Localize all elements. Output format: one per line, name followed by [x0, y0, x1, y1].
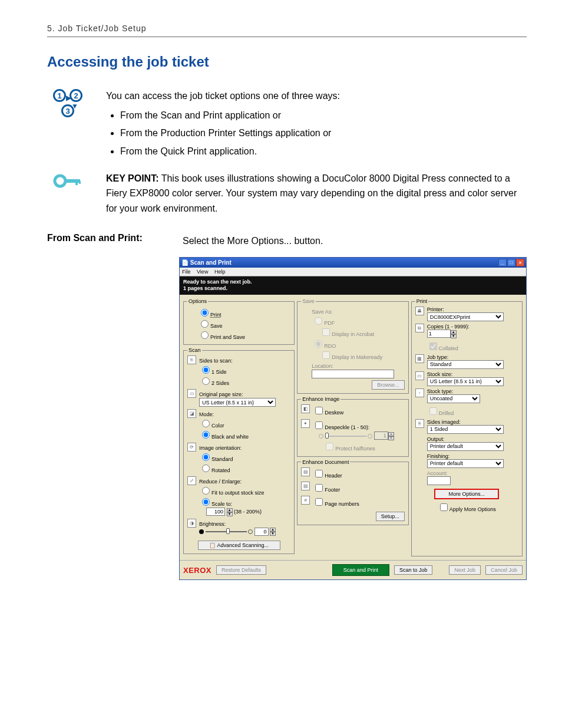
- protect-halftones: Protect halftones: [323, 441, 404, 452]
- option-print-save[interactable]: Print and Save: [198, 330, 290, 340]
- header-check[interactable]: Header: [313, 468, 404, 479]
- printer-select[interactable]: DC8000EXPprint: [427, 312, 504, 321]
- orient-icon: ⟳: [187, 443, 196, 452]
- mode-bw[interactable]: Black and white: [199, 429, 290, 440]
- save-as-label: Save As:: [312, 309, 404, 315]
- reduce-fit[interactable]: Fit to output stock size: [199, 485, 290, 496]
- scale-range: (38 - 200%): [234, 509, 262, 515]
- printer-icon: 🖶: [415, 307, 424, 315]
- restore-defaults-button[interactable]: Restore Defaults: [216, 565, 266, 575]
- scan-to-job-button[interactable]: Scan to Job: [394, 565, 433, 575]
- divider: [47, 37, 527, 37]
- apply-more-options[interactable]: Apply More Options: [415, 502, 518, 513]
- page-title: Accessing the job ticket: [47, 54, 527, 70]
- orient-label: Image orientation:: [199, 445, 290, 451]
- menu-view[interactable]: View: [197, 269, 208, 275]
- pagesize-label: Original page size:: [199, 391, 290, 397]
- pagesize-icon: ▭: [187, 389, 196, 398]
- footer-check[interactable]: Footer: [313, 482, 404, 493]
- stocktype-select[interactable]: Uncoated: [427, 394, 480, 403]
- stocktype-icon: ▫: [415, 388, 424, 397]
- print-group: Print 🖶 Printer: DC8000EXPprint ⧉ Copies…: [411, 298, 523, 556]
- drilled-check: Drilled: [427, 406, 518, 417]
- svg-rect-1: [65, 179, 80, 183]
- scan-and-print-window: 📄 Scan and Print _ □ × File View Help Re…: [179, 257, 527, 581]
- pagenum-icon: #: [301, 496, 310, 505]
- account-input: [427, 476, 451, 485]
- menu-file[interactable]: File: [182, 269, 191, 275]
- copies-input[interactable]: [427, 330, 451, 338]
- reduce-scale[interactable]: Scale to:: [199, 496, 290, 507]
- brightness-icon: ◑: [187, 519, 196, 528]
- scan-legend: Scan: [187, 347, 202, 353]
- setup-button[interactable]: Setup...: [376, 512, 405, 521]
- minimize-button[interactable]: _: [498, 259, 507, 266]
- display-makeready: Display in Makeready: [320, 350, 404, 361]
- pagenum-check[interactable]: Page numbers: [313, 496, 404, 508]
- stocksize-select[interactable]: US Letter (8.5 x 11 in): [427, 377, 504, 386]
- menu-help[interactable]: Help: [214, 269, 226, 275]
- side-1[interactable]: 1 Side: [199, 364, 290, 375]
- maximize-button[interactable]: □: [507, 259, 515, 266]
- menu-bar[interactable]: File View Help: [180, 268, 526, 276]
- brightness-value[interactable]: [254, 528, 269, 536]
- mode-color[interactable]: Color: [199, 418, 290, 429]
- cancel-job-button[interactable]: Cancel Job: [485, 565, 523, 575]
- side-2[interactable]: 2 Sides: [199, 375, 290, 386]
- copies-label: Copies (1 - 9999):: [427, 324, 518, 330]
- sides-imaged-icon: ⎘: [415, 419, 424, 428]
- despeckle-icon: ✦: [301, 419, 310, 428]
- brightness-label: Brightness:: [199, 521, 290, 527]
- scan-and-print-button[interactable]: Scan and Print: [332, 564, 389, 576]
- despeckle-slider: [325, 436, 366, 437]
- svg-rect-3: [79, 181, 81, 184]
- advanced-scanning-button[interactable]: 📋 Advanced Scanning...: [198, 541, 280, 550]
- stocktype-label: Stock type:: [427, 388, 518, 394]
- options-legend: Options: [187, 298, 208, 304]
- orient-standard[interactable]: Standard: [199, 452, 290, 462]
- close-button[interactable]: ×: [516, 259, 524, 266]
- bullet-2: From the Production Printer Settings app…: [120, 125, 527, 141]
- location-input: [312, 370, 394, 378]
- deskew-icon: ◧: [301, 404, 310, 413]
- despeckle-check[interactable]: Despeckle (1 - 50):: [313, 420, 404, 431]
- bullet-3: From the Quick Print application.: [120, 143, 527, 159]
- stocksize-icon: ▭: [415, 371, 424, 380]
- svg-point-0: [55, 176, 65, 186]
- enhance-document-group: Enhance Document ▤Header ▤Footer #Page n…: [297, 459, 408, 525]
- stocksize-label: Stock size:: [427, 371, 518, 377]
- save-group: Save Save As: PDF Display in Acrobat RDO…: [297, 298, 408, 394]
- scale-value[interactable]: [206, 508, 225, 516]
- orient-rotated[interactable]: Rotated: [199, 463, 290, 473]
- from-label: From Scan and Print:: [47, 233, 165, 249]
- save-pdf: PDF: [312, 315, 404, 326]
- browse-button: Browse...: [372, 380, 405, 390]
- more-options-button[interactable]: More Options...: [434, 489, 499, 499]
- sides-imaged-select[interactable]: 1 Sided: [427, 425, 504, 434]
- keypoint-text: This book uses illustrations showing a D…: [106, 173, 517, 213]
- sides-to-scan-label: Sides to scan:: [199, 358, 290, 364]
- jobtype-label: Job type:: [427, 354, 518, 360]
- despeckle-value: [374, 431, 388, 440]
- jobtype-select[interactable]: Standard: [427, 360, 504, 369]
- status-line-1: Ready to scan the next job.: [183, 279, 523, 286]
- output-select[interactable]: Printer default: [427, 442, 504, 451]
- header-icon: ▤: [301, 467, 310, 476]
- deskew-check[interactable]: Deskew: [313, 405, 404, 416]
- finishing-label: Finishing:: [427, 453, 518, 459]
- steps-icon: 1▶ 2▼ 3: [47, 88, 88, 163]
- display-acrobat: Display in Acrobat: [320, 327, 404, 338]
- window-title: 📄 Scan and Print: [181, 259, 232, 266]
- reduce-icon: ⤢: [187, 476, 196, 485]
- brightness-slider[interactable]: [206, 531, 247, 532]
- option-print[interactable]: Print: [198, 307, 290, 318]
- options-group: Options Print Save Print and Save: [183, 298, 295, 345]
- intro-text: You can access the job ticket options on…: [106, 88, 527, 104]
- jobtype-icon: ▦: [415, 354, 424, 363]
- option-save[interactable]: Save: [198, 318, 290, 329]
- xerox-logo: XEROX: [183, 566, 211, 575]
- finishing-select[interactable]: Printer default: [427, 459, 504, 468]
- pagesize-select[interactable]: US Letter (8.5 x 11 in): [199, 398, 276, 407]
- next-job-button[interactable]: Next Job: [449, 565, 481, 575]
- save-rdo: RDO: [312, 338, 404, 349]
